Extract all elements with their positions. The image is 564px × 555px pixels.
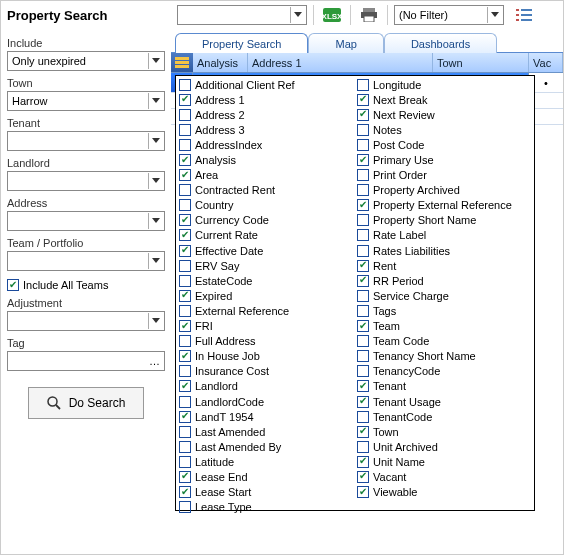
- column-option[interactable]: TenantCode: [355, 409, 533, 424]
- town-label: Town: [7, 77, 165, 89]
- column-option-label: TenancyCode: [373, 365, 440, 377]
- column-option[interactable]: RR Period: [355, 273, 533, 288]
- checkbox-icon: [357, 320, 369, 332]
- column-option[interactable]: Address 1: [177, 92, 355, 107]
- column-option[interactable]: Address 3: [177, 122, 355, 137]
- column-option[interactable]: Rates Liabilities: [355, 243, 533, 258]
- column-option[interactable]: Additional Client Ref: [177, 77, 355, 92]
- column-option[interactable]: EstateCode: [177, 273, 355, 288]
- column-option[interactable]: Unit Name: [355, 454, 533, 469]
- column-option[interactable]: Last Amended: [177, 424, 355, 439]
- column-option-label: Service Charge: [373, 290, 449, 302]
- column-option[interactable]: Next Break: [355, 92, 533, 107]
- column-option[interactable]: Analysis: [177, 152, 355, 167]
- checkbox-icon: [179, 411, 191, 423]
- column-option[interactable]: Next Review: [355, 107, 533, 122]
- column-option[interactable]: Currency Code: [177, 213, 355, 228]
- column-option[interactable]: Effective Date: [177, 243, 355, 258]
- column-option[interactable]: Country: [177, 198, 355, 213]
- excel-export-button[interactable]: XLSX: [320, 4, 344, 26]
- column-option[interactable]: Team: [355, 319, 533, 334]
- include-all-teams-checkbox[interactable]: Include All Teams: [7, 279, 165, 291]
- column-option[interactable]: LandT 1954: [177, 409, 355, 424]
- column-option[interactable]: Current Rate: [177, 228, 355, 243]
- column-option[interactable]: Tenant: [355, 379, 533, 394]
- column-option-label: Property External Reference: [373, 199, 512, 211]
- adjustment-combo[interactable]: [7, 311, 165, 331]
- column-option[interactable]: Unit Archived: [355, 439, 533, 454]
- column-option[interactable]: Property Archived: [355, 183, 533, 198]
- column-option[interactable]: Lease Type: [177, 500, 355, 515]
- col-address1[interactable]: Address 1: [248, 53, 433, 72]
- column-option-label: Viewable: [373, 486, 417, 498]
- column-option[interactable]: Post Code: [355, 137, 533, 152]
- column-chooser-button[interactable]: [171, 53, 193, 72]
- column-option-label: Rate Label: [373, 229, 426, 241]
- column-option[interactable]: Longitude: [355, 77, 533, 92]
- column-option[interactable]: Full Address: [177, 334, 355, 349]
- column-option[interactable]: External Reference: [177, 303, 355, 318]
- column-option-label: Next Break: [373, 94, 427, 106]
- column-option[interactable]: Notes: [355, 122, 533, 137]
- column-option[interactable]: In House Job: [177, 349, 355, 364]
- column-option[interactable]: Vacant: [355, 469, 533, 484]
- column-option[interactable]: Tenant Usage: [355, 394, 533, 409]
- town-combo[interactable]: Harrow: [7, 91, 165, 111]
- column-option[interactable]: Rent: [355, 258, 533, 273]
- town-value: Harrow: [12, 95, 144, 107]
- column-option[interactable]: Property External Reference: [355, 198, 533, 213]
- col-analysis[interactable]: Analysis: [193, 53, 248, 72]
- chevron-down-icon: [290, 7, 304, 23]
- do-search-button[interactable]: Do Search: [28, 387, 145, 419]
- column-option[interactable]: Latitude: [177, 454, 355, 469]
- tenant-combo[interactable]: [7, 131, 165, 151]
- tag-picker[interactable]: …: [7, 351, 165, 371]
- column-option[interactable]: Tags: [355, 303, 533, 318]
- column-option[interactable]: Service Charge: [355, 288, 533, 303]
- column-option[interactable]: Primary Use: [355, 152, 533, 167]
- col-vacant[interactable]: Vac: [529, 53, 563, 72]
- checkbox-icon: [357, 214, 369, 226]
- print-button[interactable]: [357, 4, 381, 26]
- address-combo[interactable]: [7, 211, 165, 231]
- column-option[interactable]: ERV Say: [177, 258, 355, 273]
- column-option[interactable]: Print Order: [355, 168, 533, 183]
- checkbox-icon: [179, 350, 191, 362]
- checkbox-icon: [357, 124, 369, 136]
- column-option[interactable]: AddressIndex: [177, 137, 355, 152]
- column-option[interactable]: Lease End: [177, 469, 355, 484]
- filter-combo[interactable]: (No Filter): [394, 5, 504, 25]
- column-option[interactable]: Contracted Rent: [177, 183, 355, 198]
- tab-map[interactable]: Map: [308, 33, 383, 53]
- checkbox-icon: [179, 79, 191, 91]
- quick-search-combo[interactable]: [177, 5, 307, 25]
- list-icon: [516, 8, 532, 22]
- list-view-button[interactable]: [512, 4, 536, 26]
- column-option[interactable]: TenancyCode: [355, 364, 533, 379]
- column-option[interactable]: Address 2: [177, 107, 355, 122]
- column-option[interactable]: Lease Start: [177, 485, 355, 500]
- column-option[interactable]: FRI: [177, 319, 355, 334]
- column-option[interactable]: Rate Label: [355, 228, 533, 243]
- column-option[interactable]: Property Short Name: [355, 213, 533, 228]
- column-option[interactable]: Team Code: [355, 334, 533, 349]
- column-option[interactable]: Landlord: [177, 379, 355, 394]
- tab-dashboards[interactable]: Dashboards: [384, 33, 497, 53]
- tab-property-search[interactable]: Property Search: [175, 33, 308, 53]
- column-option[interactable]: Viewable: [355, 485, 533, 500]
- column-option[interactable]: Expired: [177, 288, 355, 303]
- checkbox-icon: [357, 109, 369, 121]
- include-combo[interactable]: Only unexpired: [7, 51, 165, 71]
- column-option[interactable]: Last Amended By: [177, 439, 355, 454]
- team-combo[interactable]: [7, 251, 165, 271]
- column-option[interactable]: Area: [177, 168, 355, 183]
- landlord-combo[interactable]: [7, 171, 165, 191]
- column-option[interactable]: Town: [355, 424, 533, 439]
- col-town[interactable]: Town: [433, 53, 529, 72]
- checkbox-icon: [179, 229, 191, 241]
- chevron-down-icon: [148, 253, 162, 269]
- column-option[interactable]: LandlordCode: [177, 394, 355, 409]
- checkbox-icon: [357, 169, 369, 181]
- column-option[interactable]: Tenancy Short Name: [355, 349, 533, 364]
- column-option[interactable]: Insurance Cost: [177, 364, 355, 379]
